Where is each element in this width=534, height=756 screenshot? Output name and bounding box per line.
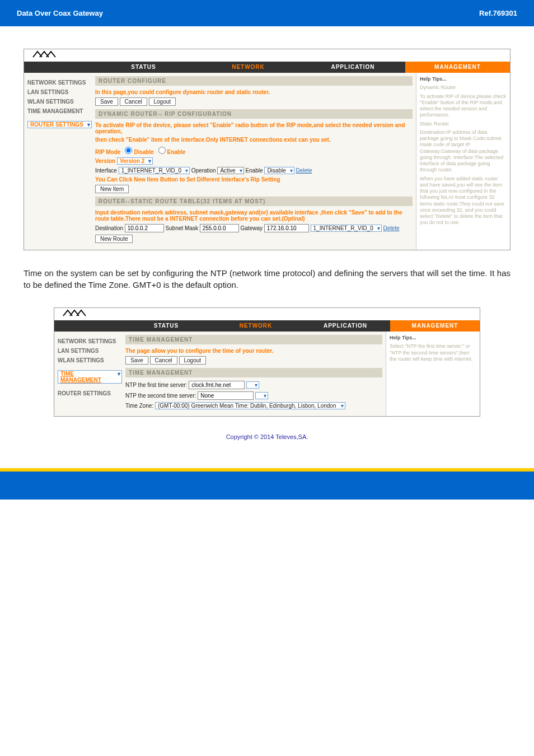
section-rip: DYNAMIC ROUTER-- RIP CONFIGURATION [95, 109, 413, 119]
static-interface-select[interactable]: 1_INTERNET_R_VID_0 [311, 225, 382, 232]
tab-status[interactable]: STATUS [91, 62, 196, 73]
sidebar-item-lan-2[interactable]: LAN SETTINGS [58, 348, 122, 354]
tab-network[interactable]: NETWORK [196, 62, 301, 73]
cancel-button-2[interactable]: Cancel [150, 356, 177, 365]
tab-status-2[interactable]: STATUS [121, 320, 211, 332]
tz-label: Time Zone: [125, 403, 153, 409]
sidebar-item-lan[interactable]: LAN SETTINGS [27, 89, 92, 95]
time-intro: The page allow you to configure the time… [125, 348, 382, 354]
page-title: Data Over Coax Gateway [17, 9, 103, 17]
newitem-text: You Can Click New Item Button to Set Dif… [95, 176, 413, 183]
sidebar-item-time-2[interactable]: TIME MANAGEMENT [58, 370, 122, 384]
sidebar-item-time[interactable]: TIME MANAGEMENT [27, 108, 92, 114]
sidebar-item-wlan-2[interactable]: WLAN SETTINGS [58, 357, 122, 363]
sidebar-item-network[interactable]: NETWORK SETTINGS [27, 80, 92, 86]
nav-tabs: STATUS NETWORK APPLICATION MANAGEMENT [24, 62, 510, 73]
intro-text: In this page,you could configure dynamic… [95, 89, 413, 95]
ntp1-dd[interactable] [246, 381, 259, 389]
timezone-select[interactable]: (GMT-00:00) Greenwich Mean Time: Dublin,… [155, 402, 345, 409]
rip-disable-radio[interactable] [125, 147, 132, 154]
operation-label: Operation [191, 167, 216, 174]
operation-enable: Enable [245, 167, 263, 174]
logo-row [24, 49, 510, 62]
tab-network-2[interactable]: NETWORK [211, 320, 301, 332]
help-h1: Dynamic Router [420, 85, 507, 91]
help-panel: Help Tips... Dynamic Router To activate … [416, 73, 510, 250]
brand-logo-2 [62, 309, 96, 318]
help-panel-2: Help Tips... Select "NTP the first time … [386, 332, 480, 416]
brand-logo [32, 50, 65, 59]
sidebar-item-router-2[interactable]: ROUTER SETTINGS [58, 390, 122, 396]
save-button[interactable]: Save [95, 97, 118, 106]
logout-button[interactable]: Logout [149, 97, 176, 106]
static-text: Input destination network address, subne… [95, 209, 413, 222]
sidebar-item-wlan[interactable]: WLAN SETTINGS [27, 99, 92, 105]
version-label: Version [95, 158, 115, 164]
footer-bar [0, 472, 534, 500]
help-h1-text: To activate RIP of device,please check "… [420, 94, 507, 119]
tab-management[interactable]: MANAGEMENT [405, 62, 510, 73]
destination-input[interactable] [125, 224, 164, 232]
sidebar-item-router[interactable]: ROUTER SETTINGS [27, 121, 92, 128]
rip-text-b: then check "Enable" item of the interfac… [95, 137, 413, 143]
help-h2-text: Destination:IP address of data package g… [420, 129, 507, 174]
new-item-button[interactable]: New Item [95, 185, 129, 193]
static-delete-link[interactable]: Delete [383, 225, 400, 231]
time-management-screenshot: STATUS NETWORK APPLICATION MANAGEMENT NE… [54, 307, 480, 417]
save-button-2[interactable]: Save [125, 356, 148, 365]
tab-application-2[interactable]: APPLICATION [301, 320, 390, 332]
page-header: Data Over Coax Gateway Ref.769301 [0, 0, 534, 26]
ntp1-label: NTP the first time server: [125, 382, 187, 388]
destination-label: Destination [95, 225, 123, 231]
gateway-input[interactable] [264, 224, 309, 232]
section-time-1: TIME MANAGEMENT [125, 335, 382, 344]
section-router-configure: ROUTER CONFIGURE [95, 76, 413, 86]
cancel-button[interactable]: Cancel [120, 97, 147, 106]
version-select[interactable]: Version 2 [117, 157, 153, 165]
delete-link[interactable]: Delete [296, 167, 312, 174]
rip-text-a: To activate RIP of the device, please se… [95, 122, 413, 134]
rip-enable-label: Enable [167, 149, 186, 155]
new-route-button[interactable]: New Route [95, 235, 133, 243]
logout-button-2[interactable]: Logout [179, 356, 207, 365]
router-settings-screenshot: STATUS NETWORK APPLICATION MANAGEMENT NE… [24, 49, 510, 250]
sidebar-2: NETWORK SETTINGS LAN SETTINGS WLAN SETTI… [54, 332, 125, 416]
help-title-2: Help Tips... [390, 335, 476, 341]
rip-mode-label: RIP Mode [95, 149, 120, 155]
section-time-2: TIME MANAGEMENT [125, 368, 382, 377]
ntp2-input[interactable] [198, 391, 254, 400]
gateway-label: Gateway [241, 225, 263, 231]
logo-row-2 [54, 308, 480, 320]
help-h3-text: When you have added static router and ha… [420, 176, 507, 226]
interface-select[interactable]: 1_INTERNET_R_VID_0 [119, 167, 190, 174]
tab-management-2[interactable]: MANAGEMENT [390, 320, 480, 332]
operation-active[interactable]: Active [217, 167, 243, 174]
main-panel-2: TIME MANAGEMENT The page allow you to co… [125, 332, 386, 416]
operation-disable-select[interactable]: Disable [264, 167, 294, 174]
help-title: Help Tips... [420, 76, 507, 82]
sidebar: NETWORK SETTINGS LAN SETTINGS WLAN SETTI… [24, 73, 95, 250]
ntp2-label: NTP the second time server: [125, 393, 196, 399]
rip-disable-label: Disable [134, 149, 154, 155]
nav-tabs-2: STATUS NETWORK APPLICATION MANAGEMENT [54, 320, 480, 332]
ntp1-input[interactable] [189, 381, 245, 389]
copyright: Copyright © 2014 Televes,SA. [24, 433, 510, 440]
section-static: ROUTER--STATIC ROUTE TABLE(32 ITEMS AT M… [95, 197, 413, 206]
mask-label: Subnet Mask [166, 225, 198, 231]
help-h2: Static Router [420, 121, 507, 127]
mask-input[interactable] [200, 224, 239, 232]
interface-label: Interface [95, 167, 117, 174]
sidebar-item-network-2[interactable]: NETWORK SETTINGS [58, 338, 122, 344]
help-text-2: Select "NTP the first time server:" or "… [390, 343, 476, 362]
rip-enable-radio[interactable] [158, 147, 166, 154]
tab-application[interactable]: APPLICATION [301, 62, 405, 73]
ntp2-dd[interactable] [255, 392, 268, 399]
page-ref: Ref.769301 [479, 9, 517, 17]
main-panel: ROUTER CONFIGURE In this page,you could … [95, 73, 416, 250]
description-paragraph: Time on the system can be set by configu… [24, 267, 510, 291]
